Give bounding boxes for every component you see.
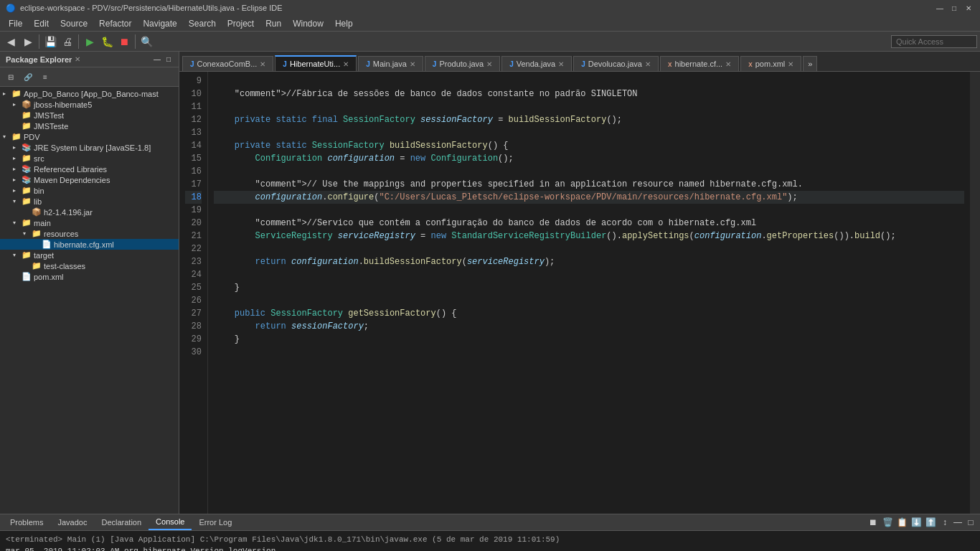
- line-number-10: 10: [185, 88, 202, 100]
- pe-item-4[interactable]: ▾ 📁 PDV: [0, 131, 179, 142]
- code-line-13: [214, 126, 964, 139]
- bottom-tab-console[interactable]: Console: [149, 514, 192, 530]
- line-number-20: 20: [185, 217, 202, 230]
- pe-item-17[interactable]: 📄 pom.xml: [0, 271, 179, 282]
- pe-minimize-icon[interactable]: —: [151, 55, 163, 64]
- tab-label: pom.xml: [755, 60, 786, 68]
- toolbar-run-button[interactable]: ▶: [82, 34, 98, 50]
- toolbar-print-button[interactable]: 🖨: [60, 34, 75, 50]
- bottom-toolbar-btn-0[interactable]: ⏹: [867, 516, 880, 529]
- toolbar-forward-button[interactable]: ▶: [20, 34, 36, 50]
- bottom-maximize-btn[interactable]: □: [964, 516, 977, 529]
- bottom-tab-declaration[interactable]: Declaration: [94, 515, 149, 529]
- editor-tab-6[interactable]: x hibernate.cf... ✕: [660, 56, 739, 71]
- code-line-11: [214, 100, 964, 113]
- menu-item-project[interactable]: Project: [222, 17, 260, 30]
- editor-scrollbar[interactable]: [970, 72, 980, 514]
- pe-item-6[interactable]: ▸ 📁 src: [0, 153, 179, 164]
- tree-item-icon: 📁: [32, 261, 42, 270]
- editor-tab-7[interactable]: x pom.xml ✕: [740, 56, 801, 71]
- editor-tab-2[interactable]: J Main.java ✕: [358, 56, 423, 71]
- pe-item-15[interactable]: ▾ 📁 target: [0, 250, 179, 260]
- tab-close-icon[interactable]: ✕: [410, 60, 415, 68]
- pe-menu-btn[interactable]: ≡: [37, 69, 53, 85]
- bottom-tab-javadoc[interactable]: Javadoc: [50, 515, 94, 529]
- pe-item-1[interactable]: ▸ 📦 jboss-hibernate5: [0, 99, 179, 110]
- line-number-19: 19: [185, 204, 202, 217]
- bottom-tab-error-log[interactable]: Error Log: [192, 515, 239, 529]
- tree-item-label: bin: [34, 187, 44, 195]
- pe-item-8[interactable]: ▸ 📚 Maven Dependencies: [0, 174, 179, 185]
- code-line-24: [214, 268, 964, 281]
- editor-area: J ConexaoComB... ✕J HibernateUti... ✕J M…: [179, 52, 980, 514]
- menu-item-navigate[interactable]: Navigate: [137, 17, 182, 30]
- toolbar-back-button[interactable]: ◀: [3, 34, 19, 50]
- tab-close-icon[interactable]: ✕: [645, 60, 651, 68]
- toolbar: ◀ ▶ 💾 🖨 ▶ 🐛 ⏹ 🔍: [0, 32, 980, 52]
- bottom-tab-problems[interactable]: Problems: [3, 515, 50, 529]
- title-bar-controls: — □ ✕: [934, 2, 974, 14]
- tab-close-icon[interactable]: ✕: [486, 60, 492, 68]
- menu-item-refactor[interactable]: Refactor: [93, 17, 137, 30]
- pe-item-14[interactable]: 📄 hibernate.cfg.xml: [0, 239, 179, 250]
- menu-item-file[interactable]: File: [3, 17, 28, 30]
- toolbar-sep-3: [135, 34, 136, 49]
- pe-collapse-btn[interactable]: ⊟: [3, 69, 19, 85]
- code-content[interactable]: "comment">//Fábrica de sessões de banco …: [208, 72, 970, 514]
- pe-item-16[interactable]: 📁 test-classes: [0, 260, 179, 271]
- pe-item-7[interactable]: ▸ 📚 Referenced Libraries: [0, 164, 179, 174]
- editor-tab-0[interactable]: J ConexaoComB... ✕: [182, 56, 273, 71]
- pe-item-3[interactable]: 📁 JMSTeste: [0, 121, 179, 131]
- quick-access-input[interactable]: [891, 35, 977, 48]
- line-number-16: 16: [185, 165, 202, 178]
- code-line-19: [214, 204, 964, 217]
- editor-tab-3[interactable]: J Produto.java ✕: [425, 56, 500, 71]
- bottom-toolbar-btn-2[interactable]: 📋: [895, 516, 908, 529]
- tree-item-icon: 📁: [22, 154, 32, 163]
- tab-close-icon[interactable]: ✕: [558, 60, 564, 68]
- tree-arrow-icon: ▾: [3, 133, 11, 140]
- toolbar-sep-2: [78, 34, 79, 49]
- menu-item-source[interactable]: Source: [55, 17, 93, 30]
- bottom-toolbar-btn-3[interactable]: ⬇️: [910, 516, 923, 529]
- pe-maximize-icon[interactable]: □: [164, 55, 173, 64]
- pe-link-btn[interactable]: 🔗: [20, 69, 36, 85]
- pe-item-12[interactable]: ▾ 📁 main: [0, 217, 179, 228]
- menu-item-run[interactable]: Run: [260, 17, 287, 30]
- tab-close-icon[interactable]: ✕: [788, 60, 793, 68]
- maximize-button[interactable]: □: [948, 2, 960, 14]
- menu-item-edit[interactable]: Edit: [28, 17, 55, 30]
- tab-close-icon[interactable]: ✕: [725, 60, 731, 68]
- tab-close-icon[interactable]: ✕: [343, 60, 349, 68]
- minimize-button[interactable]: —: [934, 2, 946, 14]
- pe-item-10[interactable]: ▾ 📁 lib: [0, 196, 179, 207]
- toolbar-search-button[interactable]: 🔍: [138, 34, 154, 50]
- bottom-toolbar-btn-1[interactable]: 🗑️: [881, 516, 894, 529]
- close-button[interactable]: ✕: [963, 2, 974, 14]
- tree-arrow-icon: ▾: [23, 230, 32, 237]
- tab-close-icon[interactable]: ✕: [260, 60, 265, 68]
- code-line-14: private static SessionFactory buildSessi…: [214, 139, 964, 152]
- line-number-30: 30: [185, 346, 202, 359]
- pe-item-9[interactable]: ▸ 📁 bin: [0, 185, 179, 196]
- bottom-toolbar-btn-5[interactable]: ↕️: [938, 516, 951, 529]
- pe-item-13[interactable]: ▾ 📁 resources: [0, 228, 179, 239]
- toolbar-save-button[interactable]: 💾: [42, 34, 58, 50]
- bottom-toolbar-btn-4[interactable]: ⬆️: [924, 516, 937, 529]
- tab-more-button[interactable]: »: [803, 56, 817, 71]
- menu-item-window[interactable]: Window: [287, 17, 329, 30]
- pe-item-0[interactable]: ▸ 📁 App_Do_Banco [App_Do_Banco-mast: [0, 88, 179, 99]
- menu-item-search[interactable]: Search: [183, 17, 222, 30]
- toolbar-stop-button[interactable]: ⏹: [116, 34, 132, 50]
- editor-tab-4[interactable]: J Venda.java ✕: [501, 56, 572, 71]
- toolbar-debug-button[interactable]: 🐛: [99, 34, 115, 50]
- pe-item-11[interactable]: 📦 h2-1.4.196.jar: [0, 207, 179, 217]
- menu-item-help[interactable]: Help: [329, 17, 359, 30]
- title-bar-left: 🔵 eclipse-workspace - PDV/src/Persistenc…: [6, 4, 283, 13]
- editor-tab-1[interactable]: J HibernateUti... ✕: [275, 55, 357, 71]
- editor-tab-5[interactable]: J Devolucao.java ✕: [573, 56, 659, 71]
- pe-item-2[interactable]: 📁 JMSTest: [0, 110, 179, 121]
- bottom-minimize-btn[interactable]: —: [951, 516, 964, 529]
- pe-item-5[interactable]: ▸ 📚 JRE System Library [JavaSE-1.8]: [0, 142, 179, 153]
- pe-close-icon[interactable]: ✕: [75, 55, 80, 63]
